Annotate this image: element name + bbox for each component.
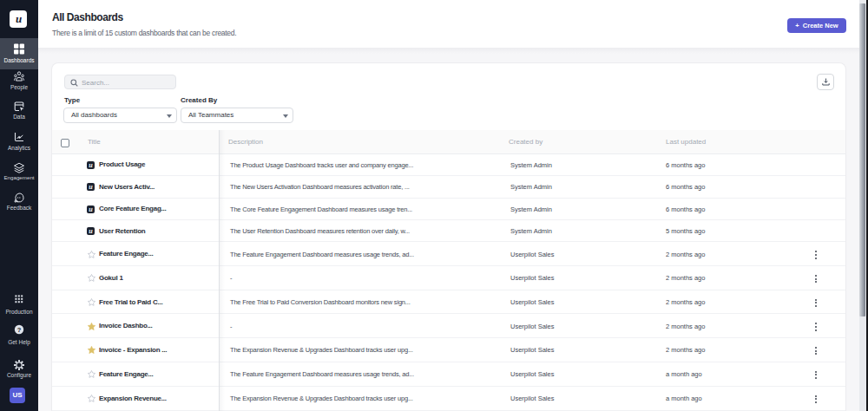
svg-text:?: ?	[17, 326, 22, 334]
